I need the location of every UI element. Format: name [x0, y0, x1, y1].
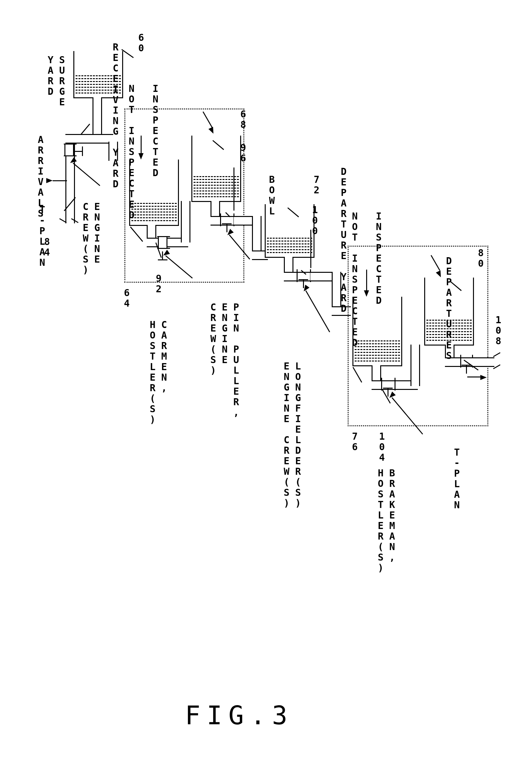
tplan-in-arrowhead [46, 178, 53, 183]
dep-inspected-label: INSPECTED [373, 210, 384, 305]
brakeman-label: BRAKEMAN,HOSTLER(S) [375, 468, 398, 573]
ref-92: 92 [153, 273, 164, 294]
departure-yard-label: DEPARTURE YARD [338, 166, 349, 313]
tplan-out-arrowhead [480, 375, 487, 380]
arrival-to-receiving [65, 134, 113, 144]
ref-64: 64 [121, 287, 132, 308]
dep-not-inspected-arrowhead [364, 290, 369, 297]
dep-not-inspected-label: NOT INSPECTED [349, 210, 360, 347]
inspected-label: INSPECTED [150, 83, 161, 178]
pinpuller-label: PIN PULLER,ENGINECREW(S) [207, 301, 242, 417]
carmen-label: CARMEN,HOSTLER(S) [147, 319, 170, 425]
to-bowl-h [234, 216, 253, 225]
ref-96: 96 [238, 142, 249, 163]
ref-84: 84 [41, 236, 53, 257]
ref-100: 100 [309, 204, 321, 236]
valve-88 [64, 144, 74, 156]
leader-96b [233, 167, 234, 210]
ref-108: 108 [493, 314, 504, 346]
valve-92 [158, 236, 167, 249]
departures-label: DEPARTURES [443, 255, 454, 360]
longfielder-label: LONGFIELDER(S)ENGINE CREW(S) [281, 360, 304, 508]
to-dep-h [310, 272, 333, 281]
di-in-v [410, 344, 420, 386]
longfielder-arrow [305, 290, 330, 332]
figure-label: FIG.3 [185, 701, 294, 730]
valve-108-handle [466, 365, 467, 373]
bowl-label: BOWL [266, 174, 277, 216]
ri-in-pipe [181, 201, 190, 242]
tplan-in-arrow [53, 180, 67, 181]
ref-76: 76 [349, 431, 360, 452]
surge-yard-label: SURGEYARD [45, 54, 68, 107]
leader-60 [122, 49, 134, 58]
engine-crew-label: ENGINECREW(S) [80, 201, 103, 275]
tplan-in-label: T-PLAN [37, 204, 48, 267]
valve-88-handle [74, 151, 82, 152]
engine-crew-arrow [73, 163, 100, 186]
ref-80: 80 [475, 247, 486, 268]
tplan-out-label: T-PLAN [451, 447, 462, 510]
ref-60: 60 [136, 32, 147, 53]
departures-pipe [472, 357, 494, 367]
ref-72: 72 [311, 174, 322, 195]
not-inspected-arrow [141, 136, 142, 155]
dep-not-inspected-arrow [366, 269, 367, 292]
not-inspected-label: NOT INSPECTED [126, 83, 137, 220]
ref-104: 104 [376, 431, 388, 462]
not-inspected-arrowhead [138, 153, 144, 159]
dep-curve1 [493, 352, 500, 357]
ref-68: 68 [238, 108, 249, 129]
receiving-yard-label: RECEIVING YARD [110, 41, 121, 189]
